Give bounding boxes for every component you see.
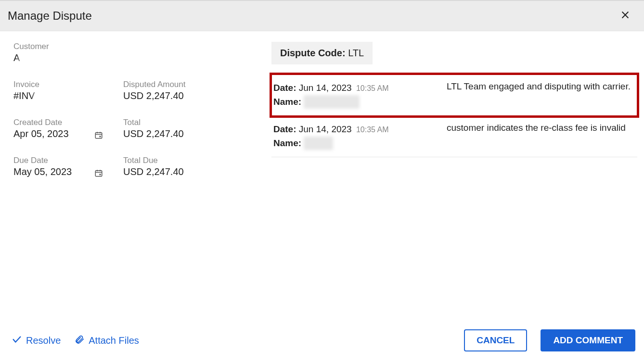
footer-left-actions: Resolve Attach Files [12, 334, 139, 347]
comment-date-line: Date: Jun 14, 2023 10:35 AM [273, 81, 447, 95]
dispute-code-badge: Dispute Code: LTL [271, 42, 373, 64]
dialog-footer: Resolve Attach Files CANCEL ADD COMMENT [0, 329, 644, 363]
disputed-amount-value: USD 2,247.40 [123, 90, 253, 101]
dispute-code-label: Dispute Code: [280, 48, 346, 58]
calendar-icon[interactable] [94, 131, 103, 141]
total-label: Total [123, 118, 253, 127]
comment-text: customer indicates the re-class fee is i… [447, 123, 633, 150]
activity-panel: Dispute Code: LTL Date: Jun 14, 2023 10:… [260, 42, 644, 329]
invoice-value: #INVXXXXXX [13, 90, 123, 101]
invoice-label: Invoice [13, 80, 123, 89]
close-button[interactable] [617, 8, 633, 24]
comment-time-value: 10:35 AM [356, 84, 389, 92]
total-due-label: Total Due [123, 156, 253, 165]
comment-date-value: Jun 14, 2023 [299, 83, 352, 93]
check-icon [12, 334, 22, 347]
total-due-field: Total Due USD 2,247.40 [123, 156, 253, 187]
attach-files-button[interactable]: Attach Files [74, 334, 139, 347]
comment-meta: Date: Jun 14, 2023 10:35 AM Name: Xxxxxx [273, 123, 447, 150]
close-icon [620, 9, 631, 23]
invoice-value-redacted: XXXXXX [35, 90, 73, 101]
resolve-button[interactable]: Resolve [12, 334, 61, 347]
resolve-label: Resolve [26, 335, 61, 346]
comment-name-line: Name: Xxxxx Xxxxxx [273, 95, 447, 109]
svg-rect-7 [95, 171, 102, 176]
due-date-label: Due Date [13, 156, 123, 165]
svg-rect-2 [95, 133, 102, 138]
comment-name-label: Name: [273, 138, 301, 148]
total-due-value: USD 2,247.40 [123, 166, 253, 177]
dialog-header: Manage Dispute [0, 0, 644, 31]
customer-value-prefix: A [13, 52, 20, 63]
dialog-title: Manage Dispute [8, 9, 92, 23]
comment-text: LTL Team engaged and disputing with carr… [447, 81, 633, 109]
invoice-value-prefix: #INV [13, 90, 35, 101]
comment-item: Date: Jun 14, 2023 10:35 AM Name: Xxxxx … [271, 75, 637, 116]
total-value: USD 2,247.40 [123, 128, 253, 139]
customer-field: Customer AXXXX [13, 42, 253, 73]
created-date-field: Created Date Apr 05, 2023 [13, 118, 123, 149]
created-date-value: Apr 05, 2023 [13, 128, 123, 139]
disputed-amount-label: Disputed Amount [123, 80, 253, 89]
comment-date-line: Date: Jun 14, 2023 10:35 AM [273, 123, 447, 137]
total-field: Total USD 2,247.40 [123, 118, 253, 149]
comment-name-label: Name: [273, 97, 301, 107]
paperclip-icon [74, 334, 85, 347]
comment-name-redacted: Xxxxx Xxxxxx [304, 95, 360, 109]
comment-name-line: Name: Xxxxxx [273, 137, 447, 150]
comments-list: Date: Jun 14, 2023 10:35 AM Name: Xxxxx … [271, 74, 637, 157]
calendar-icon[interactable] [94, 169, 103, 179]
comment-meta: Date: Jun 14, 2023 10:35 AM Name: Xxxxx … [273, 81, 447, 109]
attach-files-label: Attach Files [89, 335, 139, 346]
svg-rect-6 [100, 136, 101, 138]
dispute-code-value: LTL [348, 48, 364, 58]
svg-rect-11 [100, 174, 101, 175]
footer-right-actions: CANCEL ADD COMMENT [464, 329, 635, 351]
comment-name-redacted: Xxxxxx [304, 137, 333, 150]
details-panel: Customer AXXXX Invoice #INVXXXXXX Disput… [0, 42, 260, 329]
customer-value: AXXXX [13, 52, 253, 63]
created-date-label: Created Date [13, 118, 123, 127]
manage-dispute-dialog: Manage Dispute Customer AXXXX Invoice [0, 0, 644, 363]
due-date-field: Due Date May 05, 2023 [13, 156, 123, 187]
due-date-value: May 05, 2023 [13, 166, 123, 177]
comment-item: Date: Jun 14, 2023 10:35 AM Name: Xxxxxx… [271, 116, 637, 157]
dialog-body: Customer AXXXX Invoice #INVXXXXXX Disput… [0, 31, 644, 329]
cancel-button[interactable]: CANCEL [464, 329, 527, 351]
customer-value-redacted: XXXX [20, 52, 45, 63]
customer-label: Customer [13, 42, 253, 51]
comment-date-value: Jun 14, 2023 [299, 124, 352, 134]
invoice-field: Invoice #INVXXXXXX [13, 80, 123, 111]
comment-date-label: Date: [273, 83, 296, 93]
comment-time-value: 10:35 AM [356, 125, 389, 134]
disputed-amount-field: Disputed Amount USD 2,247.40 [123, 80, 253, 111]
comment-date-label: Date: [273, 124, 296, 134]
add-comment-button[interactable]: ADD COMMENT [541, 329, 635, 351]
